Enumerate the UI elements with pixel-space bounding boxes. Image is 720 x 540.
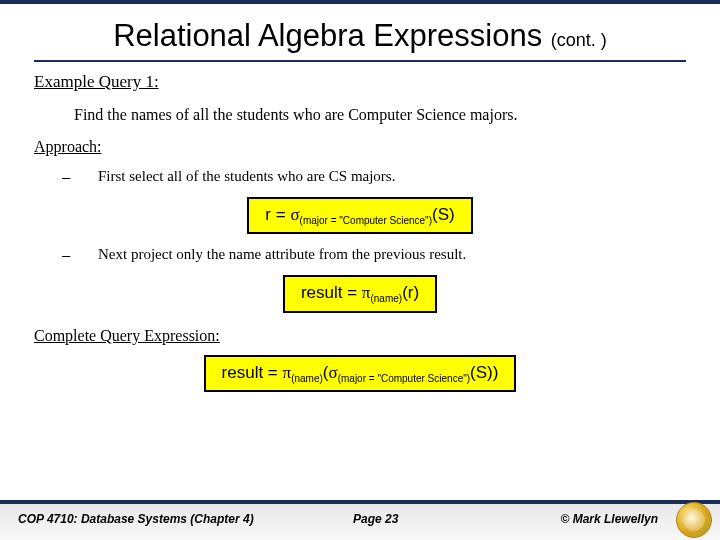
footer-page: Page 23 [282,512,470,526]
step-2: – Next project only the name attribute f… [62,246,686,263]
f3-sub1: (name) [291,373,323,384]
step-text: First select all of the students who are… [98,168,686,185]
formula-2-wrap: result = π(name)(r) [34,275,686,312]
f2-sub: (name) [370,294,402,305]
f1-sub: (major = "Computer Science") [300,215,432,226]
step-1: – First select all of the students who a… [62,168,686,185]
title-cont: (cont. ) [551,30,607,50]
title-main: Relational Algebra Expressions [113,18,542,53]
pi-symbol: π [283,363,292,382]
query-text: Find the names of all the students who a… [74,106,686,124]
f1-lhs: r = [265,205,290,224]
sigma-symbol: σ [328,363,337,382]
slide-title: Relational Algebra Expressions (cont. ) [0,18,720,54]
top-bar [0,0,720,4]
formula-2: result = π(name)(r) [283,275,437,312]
f3-lhs: result = [222,363,283,382]
example-label: Example Query 1: [34,72,686,92]
footer-course: COP 4710: Database Systems (Chapter 4) [18,512,282,526]
ucf-logo-icon [676,502,712,538]
formula-3-wrap: result = π(name)(σ(major = "Computer Sci… [34,355,686,392]
formula-3: result = π(name)(σ(major = "Computer Sci… [204,355,517,392]
step-dash: – [62,168,98,185]
step-dash: – [62,246,98,263]
formula-1: r = σ(major = "Computer Science")(S) [247,197,472,234]
footer: COP 4710: Database Systems (Chapter 4) P… [0,500,720,540]
footer-copyright: © Mark Llewellyn [470,512,702,526]
f1-arg: (S) [432,205,455,224]
sigma-symbol: σ [290,205,299,224]
step-text: Next project only the name attribute fro… [98,246,686,263]
f2-lhs: result = [301,283,362,302]
title-underline [34,60,686,62]
content-area: Example Query 1: Find the names of all t… [0,72,720,392]
f3-sub2: (major = "Computer Science") [338,373,470,384]
complete-label: Complete Query Expression: [34,327,686,345]
f3-arg: (S)) [470,363,498,382]
approach-label: Approach: [34,138,686,156]
f2-arg: (r) [402,283,419,302]
formula-1-wrap: r = σ(major = "Computer Science")(S) [34,197,686,234]
